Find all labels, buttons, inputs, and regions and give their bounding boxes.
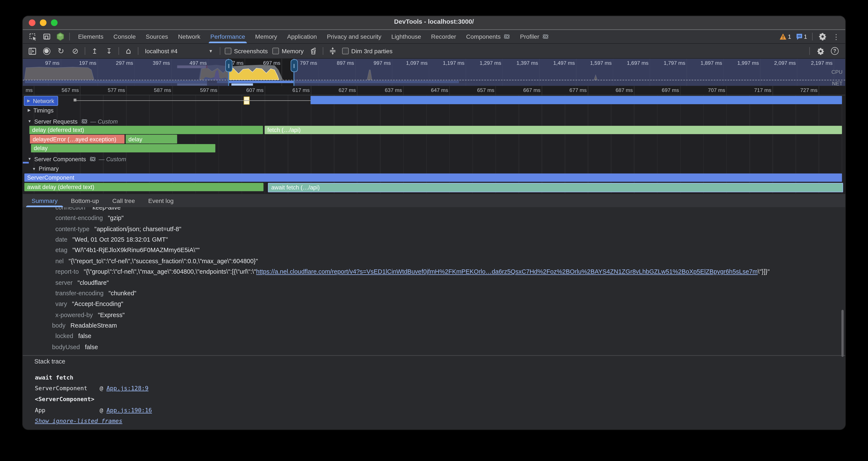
collect-garbage-icon[interactable]: [308, 46, 318, 56]
header-value: "application/json; charset=utf-8": [94, 225, 181, 232]
overview-tick-label: 2,197 ms: [800, 60, 833, 66]
divider: [119, 47, 119, 55]
bottom-tab-call-tree[interactable]: Call tree: [106, 194, 142, 207]
more-options-icon[interactable]: ⋮: [833, 33, 840, 40]
timeline-ruler[interactable]: ms567 ms577 ms587 ms597 ms607 ms617 ms62…: [23, 86, 845, 95]
report-to-url-link[interactable]: https://a.nel.cloudflare.com/report/v4?s…: [256, 268, 757, 275]
inspect-element-icon[interactable]: [28, 32, 38, 42]
upload-profile-icon[interactable]: ↥: [90, 46, 100, 56]
ruler-tick-label: 717 ms: [728, 87, 771, 93]
clear-icon[interactable]: ⊘: [70, 46, 80, 56]
tab-label: Sources: [146, 33, 168, 40]
server-requests-track-header[interactable]: ▼ Server Requests — Custom: [23, 116, 845, 126]
header-value: "Express": [98, 311, 125, 318]
overview-tick-label: 1,297 ms: [468, 60, 501, 66]
profile-selector[interactable]: localhost #4 ▼: [143, 48, 215, 54]
flame-bar[interactable]: delay: [126, 135, 177, 143]
dock-panel-icon[interactable]: [27, 46, 37, 56]
tab-lighthouse[interactable]: Lighthouse: [386, 30, 426, 43]
stack-frame-name: App: [35, 406, 99, 413]
flame-bar[interactable]: delay (deferred text): [29, 125, 263, 134]
header-key: bodyUsed: [52, 343, 80, 350]
bottom-tab-bottom-up[interactable]: Bottom-up: [64, 194, 106, 207]
extension-icon[interactable]: [55, 32, 65, 42]
tab-label: Console: [114, 33, 136, 40]
help-icon[interactable]: ?: [831, 47, 839, 55]
react-atom-icon: [503, 34, 510, 39]
checkbox-box[interactable]: [342, 48, 348, 54]
dim-3rd-parties-checkbox[interactable]: Dim 3rd parties: [342, 48, 393, 54]
bottom-tab-event-log[interactable]: Event log: [142, 194, 180, 207]
tab-memory[interactable]: Memory: [250, 30, 282, 43]
screenshots-checkbox[interactable]: Screenshots: [224, 48, 268, 54]
react-atom-icon: [81, 118, 88, 124]
flame-bar-label: await delay (deferred text): [24, 184, 94, 190]
memory-checkbox[interactable]: Memory: [272, 48, 304, 54]
divider: [85, 47, 86, 55]
checkbox-box[interactable]: [272, 48, 279, 54]
record-icon[interactable]: [41, 46, 52, 56]
overview-tick-label: 397 ms: [137, 60, 170, 66]
timeline-overview[interactable]: 97 ms197 ms297 ms397 ms497 ms597 ms697 m…: [23, 59, 845, 86]
server-components-track-header[interactable]: ▼ Server Components — Custom: [23, 154, 845, 164]
header-value: "gzip": [108, 215, 124, 221]
tab-components[interactable]: Components: [461, 30, 515, 43]
warning-badge[interactable]: 1: [780, 33, 791, 40]
checkbox-box[interactable]: [224, 48, 231, 54]
overview-tick-label: 1,097 ms: [395, 60, 428, 66]
screen: DevTools - localhost:3000/: [0, 0, 868, 461]
overview-tick-label: 2,097 ms: [763, 60, 796, 66]
header-row: bodyUsedfalse: [23, 342, 845, 352]
tab-elements[interactable]: Elements: [73, 30, 108, 43]
reload-record-icon[interactable]: ↻: [56, 46, 66, 56]
expand-arrow-icon: ▶: [28, 108, 31, 113]
tab-recorder[interactable]: Recorder: [426, 30, 461, 43]
window-title: DevTools - localhost:3000/: [23, 19, 845, 25]
flame-bar[interactable]: delay: [31, 144, 215, 152]
network-request-bar[interactable]: [311, 96, 842, 104]
header-row: server"cloudflare": [23, 277, 845, 288]
capture-settings-gear-icon[interactable]: [815, 46, 826, 56]
ruler-tick-label: 577 ms: [82, 87, 125, 93]
selection-right-handle[interactable]: ∥: [291, 59, 298, 72]
header-value: false: [78, 333, 91, 339]
tab-performance[interactable]: Performance: [205, 30, 250, 43]
header-value: false: [85, 343, 98, 350]
tab-privacy-and-security[interactable]: Privacy and security: [322, 30, 386, 43]
flame-chart[interactable]: ▶ Network ▶ Timings ▼ Server Requests — …: [23, 95, 845, 194]
flame-bar[interactable]: await delay (deferred text): [24, 182, 264, 191]
tab-network[interactable]: Network: [173, 30, 205, 43]
tab-label: Memory: [255, 33, 277, 40]
screenshots-label: Screenshots: [234, 48, 268, 54]
download-profile-icon[interactable]: ↧: [104, 46, 114, 56]
device-toolbar-icon[interactable]: [41, 32, 52, 42]
overview-tick-label: 1,797 ms: [652, 60, 685, 66]
bottom-tab-summary[interactable]: Summary: [25, 194, 64, 207]
show-ignore-listed-frames-link[interactable]: Show ignore-listed frames: [35, 417, 122, 424]
scrollbar-thumb[interactable]: [841, 310, 844, 357]
flame-bar[interactable]: delayedError (…ayed exception): [30, 135, 125, 143]
shortcuts-dialog-icon[interactable]: [328, 46, 337, 56]
network-track-header[interactable]: ▶ Network: [24, 96, 58, 106]
tab-console[interactable]: Console: [108, 30, 141, 43]
overview-tick-label: 97 ms: [26, 60, 60, 66]
tab-profiler[interactable]: Profiler: [515, 30, 554, 43]
source-location-link[interactable]: App.js:190:16: [106, 406, 152, 413]
primary-group-row[interactable]: ▼ Primary: [23, 164, 845, 173]
flame-bar[interactable]: await fetch (…/api): [268, 182, 843, 192]
header-row: nel"{\"report_to\":\"cf-nel\",\"success_…: [23, 256, 845, 267]
source-location-link[interactable]: App.js:128:9: [106, 385, 149, 392]
flame-bar[interactable]: fetch (…/api): [265, 125, 842, 134]
home-icon[interactable]: ⌂: [123, 46, 133, 56]
settings-gear-icon[interactable]: [817, 32, 828, 42]
tab-label: Components: [466, 33, 501, 40]
memory-label: Memory: [282, 48, 304, 54]
selection-left-handle[interactable]: ∥: [225, 59, 232, 72]
tab-sources[interactable]: Sources: [141, 30, 173, 43]
flame-bar[interactable]: ServerComponent: [24, 173, 842, 182]
ruler-tick-label: 727 ms: [774, 87, 817, 93]
timings-track[interactable]: ▶ Timings: [23, 105, 845, 115]
tab-application[interactable]: Application: [282, 30, 322, 43]
issues-badge[interactable]: 1: [796, 33, 807, 40]
bottom-tabbar: SummaryBottom-upCall treeEvent log: [23, 194, 845, 207]
